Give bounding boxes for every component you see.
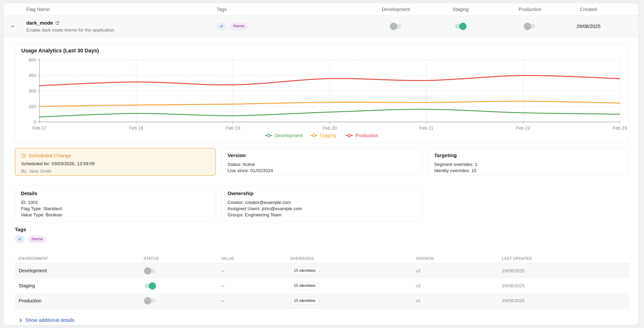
env-version: v1 [416, 298, 502, 303]
column-tags: Tags [214, 7, 367, 12]
svg-text:300: 300 [28, 88, 36, 93]
env-name: Staging [19, 283, 144, 289]
env-last-updated: 29/08/2025 [502, 298, 625, 303]
env-version: v2 [416, 268, 502, 274]
svg-text:450: 450 [28, 73, 36, 78]
svg-text:0: 0 [34, 119, 36, 125]
overrides-badge[interactable]: 15 identities [290, 267, 319, 275]
chart-title: Usage Analytics (Last 30 Days) [21, 47, 99, 54]
ownership-card: Ownership Creator: creator@example.com A… [222, 186, 422, 221]
production-status-toggle[interactable] [144, 298, 156, 303]
environments-table: ENVIRONMENT STATUS VALUE OVERRIDES VERSI… [15, 254, 629, 309]
flag-name: dark_mode [26, 20, 53, 26]
identity-overrides: Identity overrides: 15 [434, 168, 623, 174]
ownership-groups: Groups: Engineering Team [228, 212, 416, 218]
external-link-icon[interactable] [55, 21, 60, 25]
scheduled-change-title: Scheduled Change [29, 153, 72, 158]
tag-ui: ui [216, 22, 226, 30]
flag-created-date: 29/08/2025 [564, 24, 614, 29]
svg-text:Feb 19: Feb 19 [226, 125, 240, 131]
show-additional-details-link[interactable]: Show additional details [19, 318, 74, 323]
env-column-environment: ENVIRONMENT [19, 257, 144, 261]
svg-text:600: 600 [28, 57, 36, 62]
show-additional-details-label: Show additional details [25, 318, 74, 323]
svg-text:Feb 22: Feb 22 [516, 125, 530, 131]
env-last-updated: 29/08/2025 [502, 283, 625, 289]
chevron-right-icon [19, 318, 22, 323]
version-status: Status: Active [228, 161, 416, 168]
scheduled-change-card: Scheduled Change Scheduled for: 03/03/20… [15, 148, 216, 176]
tags-section: Tags ui theme [15, 227, 48, 243]
usage-analytics-chart: 0150300450600Feb 17Feb 18Feb 19Feb 20Feb… [15, 56, 629, 142]
env-value: – [221, 298, 290, 304]
column-production: Production [496, 7, 564, 12]
env-column-value: VALUE [221, 257, 290, 261]
environments-table-header: ENVIRONMENT STATUS VALUE OVERRIDES VERSI… [15, 254, 629, 263]
overrides-badge[interactable]: 15 identities [290, 297, 319, 305]
flag-row[interactable]: dark_mode Enable dark mode theme for the… [4, 15, 638, 37]
flag-tags: ui theme [214, 22, 367, 30]
svg-text:Feb 17: Feb 17 [32, 125, 46, 131]
chevron-down-icon[interactable] [10, 24, 15, 29]
info-cards-row-1: Scheduled Change Scheduled for: 03/03/20… [15, 148, 629, 176]
details-value-type: Value Type: Boolean [21, 212, 210, 218]
env-name: Development [19, 268, 144, 274]
env-last-updated: 29/08/2025 [502, 268, 625, 274]
scheduled-for-text: Scheduled for: 03/03/2026, 13:59:09 [21, 161, 210, 166]
version-live-since: Live since: 01/02/2024 [228, 168, 416, 174]
details-flag-type: Flag Type: Standard [21, 206, 210, 212]
env-column-overrides: OVERRIDES [290, 257, 416, 261]
staging-status-toggle[interactable] [144, 284, 156, 288]
svg-text:Production: Production [355, 133, 378, 138]
svg-text:Feb 21: Feb 21 [419, 125, 434, 131]
env-column-version: VERSION [416, 257, 502, 261]
env-version: v2 [416, 283, 502, 289]
env-value: – [221, 283, 290, 289]
tag-theme: theme [230, 22, 248, 30]
env-value: – [221, 268, 290, 274]
development-toggle[interactable] [390, 24, 402, 29]
tag-theme: theme [28, 236, 46, 243]
column-staging: Staging [425, 7, 496, 12]
tag-ui: ui [15, 236, 25, 243]
env-column-status: STATUS [144, 257, 221, 261]
flags-table-header: Flag Name Tags Development Staging Produ… [4, 3, 638, 15]
targeting-card-title: Targeting [434, 153, 623, 158]
svg-text:Development: Development [275, 133, 303, 138]
env-row-production: Production – 15 identities v1 29/08/2025 [15, 293, 629, 309]
svg-text:Feb 23: Feb 23 [613, 125, 627, 131]
clock-icon [21, 153, 26, 158]
segment-overrides: Segment overrides: 1 [434, 161, 623, 168]
env-row-development: Development – 15 identities v2 29/08/202… [15, 263, 629, 278]
flag-description: Enable dark mode theme for the applicati… [26, 27, 214, 33]
env-column-last-updated: LAST UPDATED [502, 257, 625, 261]
ownership-card-title: Ownership [228, 191, 416, 196]
info-cards-row-2: Details ID: 1001 Flag Type: Standard Val… [15, 186, 629, 221]
flag-name-cell: dark_mode Enable dark mode theme for the… [22, 20, 214, 33]
details-card: Details ID: 1001 Flag Type: Standard Val… [15, 186, 216, 221]
scheduled-by-text: By: Jane Smith [21, 169, 210, 174]
env-row-staging: Staging – 15 identities v2 29/08/2025 [15, 278, 629, 293]
svg-text:Staging: Staging [320, 133, 336, 138]
svg-text:150: 150 [28, 104, 36, 109]
column-created: Created [564, 7, 614, 12]
development-status-toggle[interactable] [144, 269, 156, 273]
svg-text:Feb 18: Feb 18 [129, 125, 143, 131]
version-card: Version Status: Active Live since: 01/02… [222, 148, 422, 176]
staging-toggle[interactable] [455, 24, 466, 29]
overrides-badge[interactable]: 15 identities [290, 282, 319, 290]
production-toggle[interactable] [524, 24, 536, 29]
feature-flag-panel: Flag Name Tags Development Staging Produ… [4, 3, 638, 325]
details-id: ID: 1001 [21, 199, 210, 206]
env-name: Production [19, 298, 144, 304]
empty-grid-cell [428, 186, 629, 221]
targeting-card: Targeting Segment overrides: 1 Identity … [428, 148, 629, 176]
column-flag-name: Flag Name [22, 7, 214, 12]
details-card-title: Details [21, 191, 210, 196]
usage-analytics-card: Usage Analytics (Last 30 Days) 015030045… [15, 43, 629, 143]
ownership-assigned-users: Assigned Users: john@example.com [228, 206, 416, 212]
tags-section-title: Tags [15, 227, 48, 232]
ownership-creator: Creator: creator@example.com [228, 199, 416, 206]
svg-text:Feb 20: Feb 20 [322, 125, 336, 131]
version-card-title: Version [228, 153, 416, 158]
